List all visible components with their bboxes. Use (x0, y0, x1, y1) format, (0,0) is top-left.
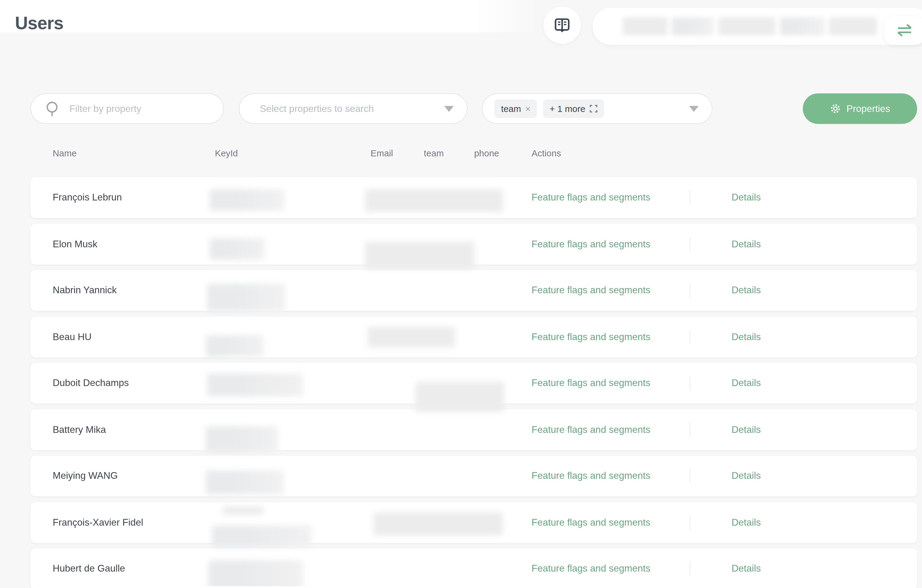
feature-flags-link[interactable]: Feature flags and segments (532, 456, 651, 497)
details-link[interactable]: Details (732, 363, 761, 403)
details-link[interactable]: Details (732, 224, 761, 265)
redacted-block (719, 17, 775, 35)
header-band (0, 0, 539, 32)
selected-properties-dropdown[interactable]: team × + 1 more (482, 93, 713, 124)
divider (690, 190, 690, 205)
feature-flags-link[interactable]: Feature flags and segments (532, 363, 651, 403)
redacted-email (365, 242, 474, 270)
redacted-block (672, 17, 714, 35)
redacted-keyid (208, 560, 303, 588)
user-name: Meiying WANG (52, 456, 118, 497)
user-name: Elon Musk (52, 224, 97, 265)
filter-by-property-input[interactable] (68, 103, 223, 115)
table-row[interactable]: Beau HU Feature flags and segments Detai… (30, 317, 917, 358)
redacted-email (365, 189, 503, 212)
divider (690, 330, 690, 344)
expand-icon (590, 105, 597, 113)
open-book-icon (554, 17, 571, 33)
feature-flags-link[interactable]: Feature flags and segments (532, 502, 651, 543)
divider (690, 423, 690, 437)
table-row[interactable]: Meiying WANG Feature flags and segments … (30, 456, 917, 497)
more-properties-chip[interactable]: + 1 more (543, 100, 604, 118)
table-row[interactable]: Nabrin Yannick Feature flags and segment… (30, 270, 917, 311)
redacted-email (374, 513, 503, 536)
documentation-button[interactable] (544, 7, 581, 44)
column-header-name: Name (52, 148, 77, 158)
feature-flags-link[interactable]: Feature flags and segments (532, 270, 651, 311)
column-header-keyid: KeyId (215, 148, 238, 158)
redacted-block (623, 17, 668, 35)
properties-button-label: Properties (847, 103, 890, 114)
chevron-down-icon (444, 106, 454, 112)
column-header-team: team (424, 148, 444, 158)
gear-icon (830, 103, 841, 114)
user-name: Beau HU (52, 317, 92, 358)
feature-flags-link[interactable]: Feature flags and segments (532, 224, 651, 265)
user-name: Duboit Dechamps (52, 363, 129, 403)
table-row-partial[interactable] (30, 586, 917, 588)
user-name: François-Xavier Fidel (52, 502, 143, 543)
feature-flags-link[interactable]: Feature flags and segments (532, 317, 651, 358)
select-properties-dropdown[interactable]: Select properties to search (239, 93, 468, 124)
user-name: Hubert de Gaulle (52, 549, 125, 588)
redacted-keyid (206, 470, 284, 495)
column-header-actions: Actions (532, 148, 561, 158)
table-row[interactable]: Battery Mika Feature flags and segments … (30, 410, 917, 450)
swap-arrows-icon (895, 23, 914, 38)
redacted-block (780, 17, 825, 35)
users-page: Users (0, 0, 922, 588)
user-name: François Lebrun (52, 177, 122, 218)
redacted-keyid (209, 238, 265, 260)
page-title: Users (15, 13, 63, 33)
redacted-keyid (209, 189, 284, 211)
divider (690, 237, 690, 251)
details-link[interactable]: Details (732, 270, 761, 311)
redacted-keyid (207, 284, 285, 312)
column-header-email: Email (371, 148, 393, 158)
table-row[interactable]: Hubert de Gaulle Feature flags and segme… (30, 549, 917, 588)
redacted-email (415, 382, 504, 412)
details-link[interactable]: Details (732, 456, 761, 497)
environment-switch-button[interactable] (884, 16, 922, 45)
properties-button[interactable]: Properties (803, 93, 917, 124)
chip-label: team (501, 103, 521, 113)
redacted-keyid (207, 374, 303, 396)
details-link[interactable]: Details (732, 502, 761, 543)
divider (690, 376, 690, 390)
redacted-keyid (206, 335, 263, 357)
user-name: Battery Mika (52, 410, 106, 450)
remove-chip-icon[interactable]: × (525, 103, 531, 113)
redacted-keyid (206, 426, 278, 452)
chip-label: + 1 more (550, 103, 585, 113)
details-link[interactable]: Details (732, 177, 761, 218)
details-link[interactable]: Details (732, 317, 761, 358)
redacted-keyid (223, 506, 263, 515)
redacted-block (829, 17, 877, 35)
divider (690, 283, 690, 297)
account-info-pill[interactable] (593, 8, 922, 45)
divider (690, 562, 690, 576)
feature-flags-link[interactable]: Feature flags and segments (532, 177, 651, 218)
redacted-email (368, 327, 455, 347)
column-header-phone: phone (474, 148, 499, 158)
feature-flags-link[interactable]: Feature flags and segments (532, 410, 651, 450)
select-properties-placeholder: Select properties to search (260, 103, 374, 114)
redacted-keyid (212, 526, 312, 547)
filter-by-property-field[interactable] (30, 93, 224, 124)
property-chip-team[interactable]: team × (495, 100, 537, 118)
details-link[interactable]: Details (732, 549, 761, 588)
details-link[interactable]: Details (732, 410, 761, 450)
user-name: Nabrin Yannick (52, 270, 117, 311)
search-icon (46, 101, 60, 116)
divider (690, 515, 690, 529)
feature-flags-link[interactable]: Feature flags and segments (532, 549, 651, 588)
chevron-down-icon (689, 106, 698, 112)
divider (690, 469, 690, 483)
